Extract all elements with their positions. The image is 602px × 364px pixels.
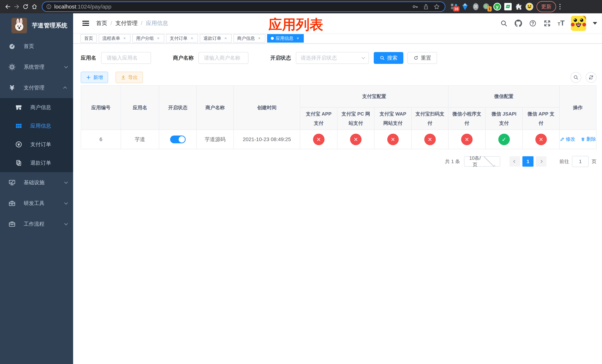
goto-page-input[interactable]: [572, 156, 589, 167]
grid-table-icon: [15, 122, 22, 130]
prev-page-button[interactable]: [509, 156, 520, 167]
fullscreen-icon[interactable]: [543, 19, 551, 27]
top-navbar: 首页 支付管理 应用信息 TT: [73, 13, 602, 33]
extension-blocks-icon[interactable]: 10: [450, 3, 458, 11]
back-icon[interactable]: [3, 2, 12, 11]
reset-button[interactable]: 重置: [408, 52, 437, 64]
svg-text:¥: ¥: [10, 84, 14, 92]
sidebar-item-workflow[interactable]: 工作流程: [0, 214, 73, 234]
sidebar-item-refund-orders[interactable]: 退款订单: [0, 154, 73, 172]
extension-yudao-icon[interactable]: y: [493, 3, 501, 11]
col-status: 开启状态: [159, 86, 197, 130]
tab-pay-orders[interactable]: 支付订单: [166, 34, 198, 43]
goto-page: 前往 页: [559, 156, 596, 167]
sidebar-item-dev-tools[interactable]: 研发工具: [0, 193, 73, 214]
status-cross-icon: [387, 134, 399, 145]
app-name-input[interactable]: [101, 52, 151, 64]
extension-camera-icon[interactable]: 1: [483, 3, 491, 11]
cell-status: [159, 130, 197, 149]
breadcrumb-payment[interactable]: 支付管理: [115, 20, 146, 27]
user-avatar[interactable]: [571, 16, 586, 31]
password-key-icon[interactable]: [411, 2, 420, 11]
extension-chat-icon[interactable]: [504, 3, 512, 11]
font-size-icon[interactable]: TT: [558, 19, 565, 27]
extension-command-icon[interactable]: ⌘: [472, 3, 480, 11]
search-button[interactable]: 搜索: [374, 52, 403, 64]
chevron-left-icon: [513, 160, 516, 163]
sidebar-item-system[interactable]: 系统管理: [0, 57, 73, 77]
search-icon[interactable]: [500, 19, 508, 27]
page-number-1[interactable]: 1: [522, 156, 534, 167]
page-size-select[interactable]: 10条/页: [464, 156, 500, 167]
svg-text:¥: ¥: [17, 143, 20, 147]
cell-merchant: 芋道源码: [197, 130, 234, 149]
forward-icon[interactable]: [12, 2, 21, 11]
total-count: 共 1 条: [445, 158, 460, 165]
share-icon[interactable]: [421, 2, 430, 11]
edit-link[interactable]: 修改: [560, 136, 575, 142]
sidebar-item-payment[interactable]: ¥ 支付管理: [0, 77, 73, 98]
sidebar-logo[interactable]: 芋道管理系统: [0, 13, 73, 35]
breadcrumb-home[interactable]: 首页: [96, 20, 115, 27]
avatar-caret-icon[interactable]: [593, 22, 597, 25]
chevron-down-icon: [64, 65, 68, 68]
close-icon[interactable]: [224, 36, 228, 41]
tab-user-group[interactable]: 用户分组: [132, 34, 164, 43]
chevron-right-icon: [540, 160, 543, 163]
chevron-down-icon: [64, 222, 68, 225]
merchant-name-label: 商户名称: [173, 54, 194, 62]
bookmark-star-icon[interactable]: [432, 2, 441, 11]
toolbox-icon: [8, 199, 16, 207]
sidebar-menu: 首页 系统管理 ¥ 支付管理: [0, 36, 73, 234]
tab-refund-orders[interactable]: 退款订单: [200, 34, 232, 43]
add-button[interactable]: 新增: [81, 72, 108, 83]
page-annotation: 应用列表: [269, 16, 323, 34]
help-icon[interactable]: [529, 19, 537, 27]
home-icon[interactable]: [30, 2, 39, 11]
tab-process-form[interactable]: 流程表单: [99, 34, 130, 43]
browser-profile-avatar[interactable]: [525, 3, 534, 11]
show-search-button[interactable]: [570, 72, 581, 83]
close-icon[interactable]: [190, 36, 194, 41]
navbar-actions: TT: [500, 16, 597, 31]
sidebar-item-infra[interactable]: 基础设施: [0, 172, 73, 193]
url-bar[interactable]: localhost:1024/pay/app: [42, 1, 445, 12]
merchant-name-input[interactable]: [198, 52, 248, 64]
browser-update-button[interactable]: 更新: [537, 1, 556, 12]
refresh-table-button[interactable]: [586, 72, 596, 83]
status-select[interactable]: 请选择开启状态: [296, 52, 369, 64]
col-app-name: 应用名: [121, 86, 159, 130]
browser-menu-icon[interactable]: [559, 3, 561, 11]
close-icon[interactable]: [122, 36, 127, 41]
edit-pencil-icon: [560, 137, 565, 142]
sidebar-item-home[interactable]: 首页: [0, 36, 73, 57]
export-button[interactable]: 导出: [116, 72, 143, 83]
sidebar-item-merchant-info[interactable]: 商户信息: [0, 98, 73, 117]
tab-home[interactable]: 首页: [81, 34, 97, 43]
close-icon[interactable]: [257, 36, 262, 41]
delete-link[interactable]: 删除: [580, 136, 596, 142]
close-icon[interactable]: [156, 36, 161, 41]
sidebar-item-pay-orders[interactable]: ¥ 支付订单: [0, 135, 73, 154]
enabled-toggle[interactable]: [170, 136, 186, 143]
reload-icon[interactable]: [21, 2, 30, 11]
documents-icon: [15, 159, 22, 167]
url-text[interactable]: localhost:1024/pay/app: [54, 3, 409, 10]
col-app-id: 应用编号: [81, 86, 121, 130]
store-icon: [15, 104, 22, 111]
next-page-button[interactable]: [536, 156, 547, 167]
site-info-icon[interactable]: [46, 4, 52, 10]
sidebar-collapse-icon[interactable]: [82, 19, 90, 27]
search-icon: [573, 75, 579, 80]
sidebar-item-app-info[interactable]: 应用信息: [0, 117, 73, 135]
tab-merchant-info[interactable]: 商户信息: [233, 34, 265, 43]
extensions-puzzle-icon[interactable]: [515, 3, 523, 11]
cell-wx-app: [523, 130, 559, 149]
close-icon[interactable]: [296, 36, 300, 41]
github-icon[interactable]: [514, 19, 522, 27]
extension-gem-icon[interactable]: [461, 3, 469, 11]
goto-label: 前往: [559, 158, 569, 165]
col-alipay-qr: 支付宝扫码支付: [411, 107, 448, 130]
cell-alipay-app: [300, 130, 337, 149]
tab-app-info[interactable]: 应用信息: [267, 34, 304, 43]
